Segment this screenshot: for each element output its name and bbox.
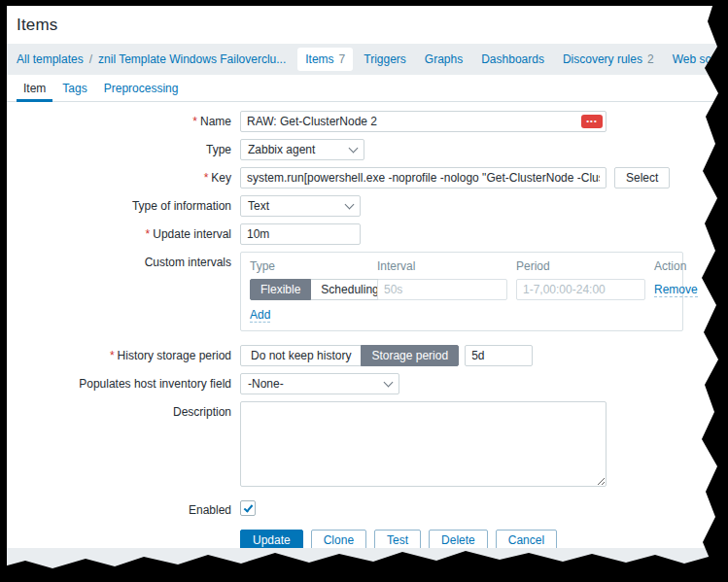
breadcrumb-all-templates[interactable]: All templates [17,52,84,66]
nav-dashboards[interactable]: Dashboards [473,48,552,71]
inventory-row: Populates host inventory field -None- [7,373,728,394]
chevron-down-icon [345,199,355,209]
breadcrumb-separator: / [89,52,92,66]
custom-intervals-row: Custom intervals Type Interval Period Ac… [7,252,728,331]
key-label: Key [211,171,231,185]
history-toggle: Do not keep history Storage period [240,345,459,366]
screenshot-frame: Items All templates / znil Template Wind… [0,0,728,582]
chevron-down-icon [384,377,394,387]
nav-triggers[interactable]: Triggers [356,48,414,71]
history-storage-period[interactable]: Storage period [361,345,459,366]
required-marker: * [192,115,197,128]
key-input[interactable] [240,167,607,188]
history-period-input[interactable] [465,345,533,366]
ci-col-interval: Interval [377,259,507,273]
entity-nav: Items 7 Triggers Graphs Dashboards Disco… [297,48,728,71]
page-header: Items [7,6,728,44]
context-menu-ellipsis-icon[interactable]: ••• [581,115,603,128]
zabbix-items-page: Items All templates / znil Template Wind… [7,6,728,582]
info-type-select[interactable]: Text [240,195,361,217]
name-label: Name [200,115,231,128]
nav-items[interactable]: Items 7 [297,48,353,71]
description-textarea[interactable] [240,401,607,487]
update-interval-label: Update interval [153,227,231,241]
tab-preprocessing[interactable]: Preprocessing [97,75,186,102]
tab-tags[interactable]: Tags [55,75,93,102]
type-select[interactable]: Zabbix agent [240,139,364,160]
description-label: Description [7,401,240,487]
chevron-down-icon [349,143,359,153]
clone-button[interactable]: Clone [311,530,366,548]
breadcrumb-template-name[interactable]: znil Template Windows Failoverclu... [98,52,286,66]
enabled-label: Enabled [7,499,240,517]
history-row: *History storage period Do not keep hist… [7,345,728,366]
ci-type-flexible[interactable]: Flexible [250,279,311,300]
inventory-select[interactable]: -None- [240,373,399,394]
ci-remove-link[interactable]: Remove [654,283,698,297]
update-interval-row: *Update interval [7,223,728,245]
enabled-row: Enabled [7,499,728,517]
name-input[interactable] [240,111,607,132]
nav-graphs[interactable]: Graphs [417,48,470,71]
history-do-not-keep[interactable]: Do not keep history [240,345,362,366]
form-actions-row: Update Clone Test Delete Cancel [7,530,728,548]
custom-intervals-box: Type Interval Period Action Flexible Sch… [240,252,683,331]
test-button[interactable]: Test [374,530,421,548]
nav-web-scenarios[interactable]: Web scenarios [665,48,728,71]
item-form: *Name ••• Type Zabbix agent *Key Select [7,102,728,548]
history-label: History storage period [118,349,231,362]
key-select-button[interactable]: Select [614,167,670,188]
ci-period-input[interactable] [516,279,645,300]
breadcrumb-bar: All templates / znil Template Windows Fa… [7,44,728,75]
update-button[interactable]: Update [240,530,303,548]
ci-interval-input[interactable] [377,279,507,300]
discovery-rules-count-badge: 2 [647,52,654,66]
tab-item[interactable]: Item [17,75,52,102]
ci-type-toggle: Flexible Scheduling [250,279,368,300]
custom-intervals-label: Custom intervals [7,252,240,331]
type-row: Type Zabbix agent [7,139,728,160]
info-type-label: Type of information [7,195,240,217]
type-label: Type [7,139,240,160]
enabled-checkbox[interactable] [240,500,256,516]
page-title: Items [17,16,58,35]
ci-col-period: Period [516,259,645,273]
ci-add-link[interactable]: Add [250,308,270,323]
required-marker: * [146,227,151,241]
ci-col-action: Action [654,259,698,273]
info-type-row: Type of information Text [7,195,728,217]
cancel-button[interactable]: Cancel [496,530,557,548]
checkmark-icon [243,502,253,512]
nav-discovery-rules[interactable]: Discovery rules 2 [555,48,662,71]
delete-button[interactable]: Delete [429,530,488,548]
footer-band [7,548,728,582]
inventory-label: Populates host inventory field [7,373,240,394]
required-marker: * [204,171,209,185]
ci-col-type: Type [250,259,368,273]
item-tabbar: Item Tags Preprocessing [7,75,728,102]
required-marker: * [110,349,115,362]
update-interval-input[interactable] [240,223,361,245]
description-row: Description [7,401,728,487]
items-count-badge: 7 [339,52,346,66]
key-row: *Key Select [7,167,728,188]
name-row: *Name ••• [7,111,728,132]
